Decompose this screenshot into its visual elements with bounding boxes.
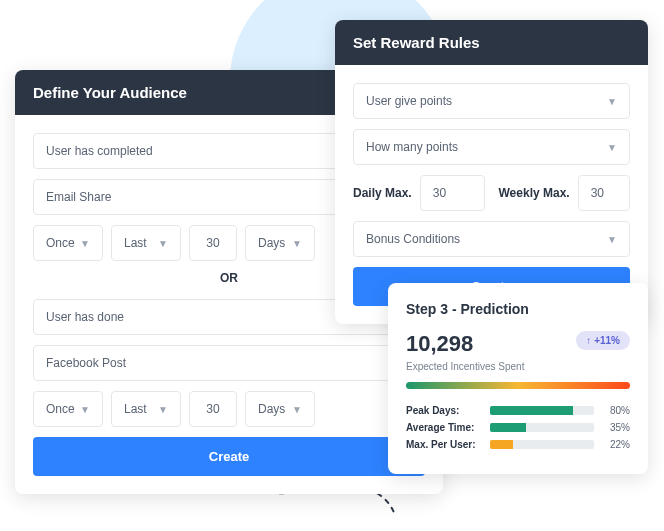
select-value: Last xyxy=(124,236,147,250)
prediction-stats: Peak Days:80%Average Time:35%Max. Per Us… xyxy=(406,405,630,450)
chevron-down-icon: ▼ xyxy=(80,238,90,249)
stat-fill xyxy=(490,406,573,415)
weekly-max-label: Weekly Max. xyxy=(499,186,570,200)
chevron-down-icon: ▼ xyxy=(607,142,617,153)
stat-row: Average Time:35% xyxy=(406,422,630,433)
reward-card: Set Reward Rules User give points ▼ How … xyxy=(335,20,648,324)
select-value: User has completed xyxy=(46,144,153,158)
audience-time-row-2: Once ▼ Last ▼ 30 Days ▼ xyxy=(33,391,425,427)
reward-max-row: Daily Max. 30 Weekly Max. 30 xyxy=(353,175,630,211)
gradient-bar xyxy=(406,382,630,389)
reward-type-select[interactable]: User give points ▼ xyxy=(353,83,630,119)
reward-title: Set Reward Rules xyxy=(335,20,648,65)
chevron-down-icon: ▼ xyxy=(607,96,617,107)
chevron-down-icon: ▼ xyxy=(607,234,617,245)
select-value: How many points xyxy=(366,140,458,154)
stat-label: Average Time: xyxy=(406,422,482,433)
stat-label: Peak Days: xyxy=(406,405,482,416)
stat-percent: 35% xyxy=(602,422,630,433)
stat-percent: 22% xyxy=(602,439,630,450)
select-value: Last xyxy=(124,402,147,416)
count-2-input[interactable]: 30 xyxy=(189,391,237,427)
select-value: Once xyxy=(46,236,75,250)
audience-action-2-select[interactable]: Facebook Post ▼ xyxy=(33,345,425,381)
unit-2-select[interactable]: Days ▼ xyxy=(245,391,315,427)
stat-track xyxy=(490,406,594,415)
badge-text: +11% xyxy=(594,335,620,346)
daily-max-label: Daily Max. xyxy=(353,186,412,200)
chevron-down-icon: ▼ xyxy=(158,404,168,415)
prediction-subtitle: Expected Incentives Spent xyxy=(406,361,630,372)
chevron-down-icon: ▼ xyxy=(292,404,302,415)
select-value: Email Share xyxy=(46,190,111,204)
bonus-conditions-select[interactable]: Bonus Conditions ▼ xyxy=(353,221,630,257)
select-value: Once xyxy=(46,402,75,416)
select-value: Bonus Conditions xyxy=(366,232,460,246)
range-1-select[interactable]: Last ▼ xyxy=(111,225,181,261)
stat-fill xyxy=(490,440,513,449)
chevron-down-icon: ▼ xyxy=(80,404,90,415)
count-1-input[interactable]: 30 xyxy=(189,225,237,261)
select-value: Days xyxy=(258,236,285,250)
stat-row: Max. Per User:22% xyxy=(406,439,630,450)
prediction-change-badge: ↑ +11% xyxy=(576,331,630,350)
stat-track xyxy=(490,423,594,432)
frequency-1-select[interactable]: Once ▼ xyxy=(33,225,103,261)
chevron-down-icon: ▼ xyxy=(158,238,168,249)
select-value: Facebook Post xyxy=(46,356,126,370)
prediction-card: Step 3 - Prediction 10,298 ↑ +11% Expect… xyxy=(388,283,648,474)
prediction-top-row: 10,298 ↑ +11% xyxy=(406,331,630,357)
stat-row: Peak Days:80% xyxy=(406,405,630,416)
prediction-value: 10,298 xyxy=(406,331,473,357)
arrow-up-icon: ↑ xyxy=(586,335,591,346)
stat-label: Max. Per User: xyxy=(406,439,482,450)
weekly-max-input[interactable]: 30 xyxy=(578,175,630,211)
prediction-title: Step 3 - Prediction xyxy=(406,301,630,317)
select-value: Days xyxy=(258,402,285,416)
daily-max-input[interactable]: 30 xyxy=(420,175,485,211)
unit-1-select[interactable]: Days ▼ xyxy=(245,225,315,261)
chevron-down-icon: ▼ xyxy=(292,238,302,249)
audience-create-button[interactable]: Create xyxy=(33,437,425,476)
select-value: User has done xyxy=(46,310,124,324)
stat-track xyxy=(490,440,594,449)
reward-amount-select[interactable]: How many points ▼ xyxy=(353,129,630,165)
frequency-2-select[interactable]: Once ▼ xyxy=(33,391,103,427)
stat-percent: 80% xyxy=(602,405,630,416)
range-2-select[interactable]: Last ▼ xyxy=(111,391,181,427)
stat-fill xyxy=(490,423,526,432)
select-value: User give points xyxy=(366,94,452,108)
